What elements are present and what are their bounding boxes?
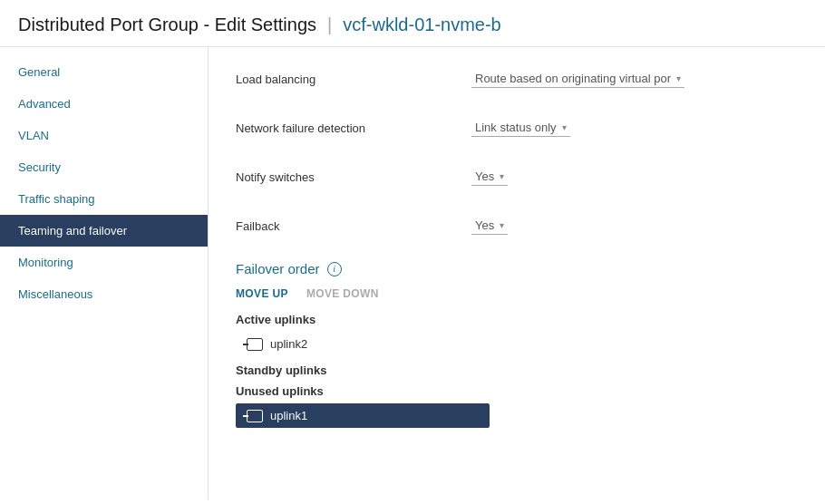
header-divider: | <box>327 15 332 35</box>
failback-label: Failback <box>236 219 471 233</box>
load-balancing-select-text: Route based on originating virtual por <box>475 72 671 85</box>
failover-section-title: Failover order i <box>236 261 798 276</box>
sidebar: GeneralAdvancedVLANSecurityTraffic shapi… <box>0 47 209 499</box>
unused-uplinks-label: Unused uplinks <box>236 384 798 398</box>
load-balancing-value: Route based on originating virtual por ▾ <box>471 70 798 88</box>
load-balancing-row: Load balancing Route based on originatin… <box>236 65 798 92</box>
sidebar-item-monitoring[interactable]: Monitoring <box>0 247 208 278</box>
chevron-down-icon: ▾ <box>676 73 681 83</box>
load-balancing-select[interactable]: Route based on originating virtual por ▾ <box>471 70 684 88</box>
failover-title-text: Failover order <box>236 261 320 276</box>
sidebar-item-teaming-failover[interactable]: Teaming and failover <box>0 215 208 247</box>
network-failure-select-text: Link status only <box>475 121 557 134</box>
notify-switches-label: Notify switches <box>236 170 471 184</box>
uplink-item-uplink1[interactable]: uplink1 <box>236 403 490 428</box>
uplink-icon <box>247 338 263 351</box>
info-icon[interactable]: i <box>327 262 342 276</box>
uplink-label: uplink2 <box>270 337 307 351</box>
network-failure-value: Link status only ▾ <box>471 119 798 137</box>
notify-switches-value: Yes ▾ <box>471 168 798 186</box>
load-balancing-label: Load balancing <box>236 73 471 86</box>
move-up-button[interactable]: MOVE UP <box>236 287 288 300</box>
sidebar-item-traffic-shaping[interactable]: Traffic shaping <box>0 183 208 215</box>
uplink-item-uplink2[interactable]: uplink2 <box>236 332 798 356</box>
unused-uplinks-list: uplink1 <box>236 403 798 428</box>
standby-uplinks-label: Standby uplinks <box>236 363 798 377</box>
sidebar-item-security[interactable]: Security <box>0 151 208 183</box>
chevron-down-icon: ▾ <box>562 122 567 132</box>
sidebar-item-advanced[interactable]: Advanced <box>0 88 208 120</box>
page-header: Distributed Port Group - Edit Settings |… <box>0 0 825 47</box>
failback-select[interactable]: Yes ▾ <box>471 217 508 235</box>
page-title: Distributed Port Group - Edit Settings <box>18 15 316 35</box>
failback-value: Yes ▾ <box>471 217 798 235</box>
network-failure-select[interactable]: Link status only ▾ <box>471 119 570 137</box>
failback-select-text: Yes <box>475 218 494 232</box>
notify-switches-select-text: Yes <box>475 170 494 183</box>
notify-switches-select[interactable]: Yes ▾ <box>471 168 508 186</box>
chevron-down-icon: ▾ <box>500 171 504 181</box>
active-uplinks-list: uplink2 <box>236 332 798 356</box>
sidebar-item-miscellaneous[interactable]: Miscellaneous <box>0 278 208 310</box>
main-content: Load balancing Route based on originatin… <box>209 47 825 499</box>
uplink-label: uplink1 <box>270 409 307 422</box>
uplink-icon <box>247 410 263 422</box>
content-area: GeneralAdvancedVLANSecurityTraffic shapi… <box>0 47 825 499</box>
page-subtitle: vcf-wkld-01-nvme-b <box>343 15 500 35</box>
failover-actions: MOVE UP MOVE DOWN <box>236 287 798 300</box>
notify-switches-row: Notify switches Yes ▾ <box>236 163 798 190</box>
failback-row: Failback Yes ▾ <box>236 212 798 239</box>
sidebar-item-general[interactable]: General <box>0 56 208 88</box>
move-down-button[interactable]: MOVE DOWN <box>306 287 379 300</box>
failover-section: Failover order i MOVE UP MOVE DOWN Activ… <box>236 261 798 428</box>
active-uplinks-label: Active uplinks <box>236 313 798 326</box>
network-failure-row: Network failure detection Link status on… <box>236 114 798 141</box>
sidebar-item-vlan[interactable]: VLAN <box>0 120 208 151</box>
network-failure-label: Network failure detection <box>236 121 471 135</box>
chevron-down-icon: ▾ <box>500 220 504 230</box>
